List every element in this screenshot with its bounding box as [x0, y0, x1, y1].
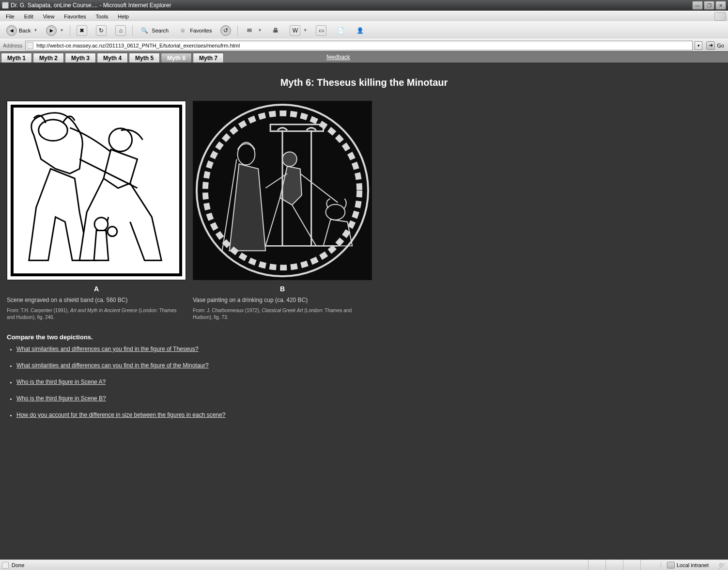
status-cell: [588, 560, 605, 570]
back-button[interactable]: ◄ Back ▼: [3, 24, 41, 37]
edit-button[interactable]: W▼: [286, 24, 310, 37]
list-item: What similarities and differences can yo…: [16, 346, 721, 352]
myth-tabbar: Myth 1 Myth 2 Myth 3 Myth 4 Myth 5 Myth …: [0, 52, 728, 63]
figure-b-source: From: J. Charbonneaux (1972), Classical …: [193, 307, 372, 321]
home-button[interactable]: ⌂: [112, 24, 129, 37]
stop-icon: ✖: [77, 25, 87, 36]
status-page-icon: [2, 562, 9, 569]
compare-heading: Compare the two depictions.: [7, 333, 721, 341]
search-icon: 🔍: [139, 25, 150, 36]
edit-icon: W: [290, 25, 300, 36]
menu-tools[interactable]: Tools: [92, 13, 112, 20]
menubar: File Edit View Favorites Tools Help: [0, 11, 728, 21]
favorites-icon: ☆: [177, 25, 188, 36]
refresh-button[interactable]: ↻: [93, 24, 110, 37]
edit-dropdown-icon[interactable]: ▼: [303, 28, 307, 32]
refresh-icon: ↻: [96, 25, 107, 36]
search-label: Search: [152, 28, 169, 33]
menu-edit[interactable]: Edit: [20, 13, 37, 20]
forward-button[interactable]: ► ▼: [43, 24, 67, 37]
stop-button[interactable]: ✖: [73, 24, 91, 37]
address-field-wrap[interactable]: [25, 41, 693, 50]
page-title: Myth 6: Theseus killing the Minotaur: [7, 77, 721, 88]
favorites-label: Favorites: [190, 28, 212, 33]
print-button[interactable]: 🖶: [267, 24, 284, 37]
figure-b-caption: Vase painting on a drinking cup (ca. 420…: [193, 297, 372, 303]
intranet-icon: [667, 562, 675, 569]
research-button[interactable]: 📄: [332, 24, 349, 37]
favorites-button[interactable]: ☆ Favorites: [174, 24, 215, 37]
address-input[interactable]: [35, 42, 691, 49]
figure-b-image: [193, 101, 372, 280]
menu-favorites[interactable]: Favorites: [60, 13, 90, 20]
status-cell: [640, 560, 658, 570]
list-item: How do you account for the difference in…: [16, 412, 721, 418]
figure-a-source: From: T.H. Carpenter (1991), Art and Myt…: [7, 307, 186, 321]
messenger-button[interactable]: 👤: [351, 24, 369, 37]
windows-flag-icon: [714, 12, 726, 21]
question-link-3[interactable]: Who is the third figure in Scene A?: [16, 379, 106, 385]
figure-b-letter: B: [193, 285, 372, 293]
question-link-4[interactable]: Who is the third figure in Scene B?: [16, 395, 106, 402]
window-title: Dr. G. Salapata, onLine Course.... - Mic…: [11, 2, 692, 9]
home-icon: ⌂: [115, 25, 126, 36]
back-dropdown-icon[interactable]: ▼: [33, 28, 37, 32]
forward-dropdown-icon[interactable]: ▼: [60, 28, 63, 32]
svg-point-4: [94, 218, 108, 231]
list-item: Who is the third figure in Scene B?: [16, 395, 721, 402]
titlebar: Dr. G. Salapata, onLine Course.... - Mic…: [0, 0, 728, 11]
menu-help[interactable]: Help: [114, 13, 133, 20]
minimize-button[interactable]: —: [692, 1, 703, 10]
figure-a-caption: Scene engraved on a shield band (ca. 560…: [7, 297, 186, 303]
go-icon: ➜: [706, 41, 715, 50]
figure-a: A Scene engraved on a shield band (ca. 5…: [7, 101, 186, 321]
close-button[interactable]: ✕: [715, 1, 726, 10]
content-viewport[interactable]: Myth 1 Myth 2 Myth 3 Myth 4 Myth 5 Myth …: [0, 51, 728, 559]
print-icon: 🖶: [270, 25, 281, 36]
history-icon: ↺: [220, 25, 231, 36]
status-cell: [623, 560, 640, 570]
go-label: Go: [717, 43, 724, 48]
question-link-5[interactable]: How do you account for the difference in…: [16, 412, 225, 418]
address-dropdown-button[interactable]: ▾: [695, 41, 702, 50]
list-item: Who is the third figure in Scene A?: [16, 379, 721, 385]
tab-myth-4[interactable]: Myth 4: [97, 53, 128, 63]
tab-myth-7[interactable]: Myth 7: [193, 53, 224, 63]
menu-file[interactable]: File: [2, 13, 18, 20]
toolbar: ◄ Back ▼ ► ▼ ✖ ↻ ⌂ 🔍 Search ☆ Favorites …: [0, 21, 728, 39]
mail-button[interactable]: ✉▼: [241, 24, 265, 37]
tab-myth-1[interactable]: Myth 1: [1, 53, 32, 63]
go-button[interactable]: ➜ Go: [704, 41, 726, 50]
back-label: Back: [19, 28, 31, 33]
search-button[interactable]: 🔍 Search: [136, 24, 172, 37]
history-button[interactable]: ↺: [217, 24, 234, 37]
statusbar: Done Local intranet: [0, 559, 728, 570]
tab-myth-2[interactable]: Myth 2: [33, 53, 64, 63]
mail-dropdown-icon[interactable]: ▼: [258, 28, 262, 32]
mail-icon: ✉: [244, 25, 255, 36]
question-link-2[interactable]: What similarities and differences can yo…: [16, 362, 209, 369]
security-zone[interactable]: Local intranet: [661, 562, 714, 569]
question-link-1[interactable]: What similarities and differences can yo…: [16, 346, 199, 352]
discuss-icon: ▭: [316, 25, 326, 36]
messenger-icon: 👤: [355, 25, 365, 36]
discuss-button[interactable]: ▭: [312, 24, 330, 37]
page-icon: [27, 42, 33, 49]
svg-point-2: [109, 128, 132, 152]
ie-icon: [2, 2, 9, 9]
figure-a-letter: A: [7, 285, 186, 293]
restore-button[interactable]: ❐: [704, 1, 714, 10]
addressbar: Address ▾ ➜ Go: [0, 39, 728, 51]
resize-grip[interactable]: [717, 560, 726, 570]
tab-myth-6[interactable]: Myth 6: [161, 53, 192, 63]
status-cell: [605, 560, 623, 570]
status-text: Done: [12, 562, 24, 568]
tab-myth-3[interactable]: Myth 3: [65, 53, 96, 63]
menu-view[interactable]: View: [39, 13, 59, 20]
tab-myth-5[interactable]: Myth 5: [129, 53, 160, 63]
back-icon: ◄: [6, 25, 17, 36]
figure-a-image: [7, 101, 186, 280]
feedback-link[interactable]: feedback: [326, 54, 350, 61]
forward-icon: ►: [46, 25, 57, 36]
question-list: What similarities and differences can yo…: [7, 346, 721, 418]
